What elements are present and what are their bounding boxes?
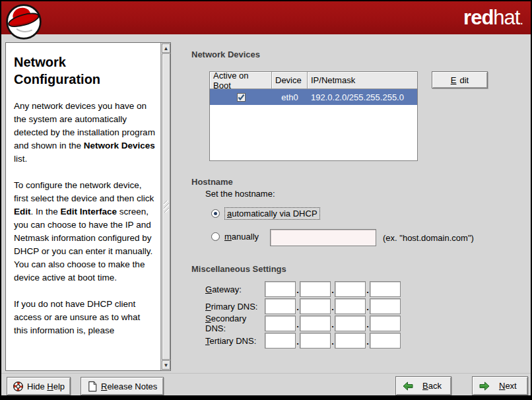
scroll-up-icon[interactable]: ▲ [162,44,170,53]
next-arrow-icon [479,382,490,391]
tertiary-dns-octet-2[interactable] [300,333,331,349]
set-hostname-prompt: Set the hostname: [205,189,275,199]
redhat-wordmark: redhat. [463,6,523,30]
hide-help-button[interactable]: Hide Help [7,377,71,395]
manually-label[interactable]: manually [224,232,259,242]
checkbox-checked-icon [238,94,245,101]
scrollbar-thumb[interactable] [162,53,170,360]
gateway-row: Gateway: [205,281,265,297]
network-devices-section-label: Network Devices [191,50,260,59]
primary-dns-label: Primary DNS: [205,302,265,312]
footer-divider [1,373,531,374]
document-icon [87,381,98,392]
hostname-section-label: Hostname [191,177,233,187]
column-header-ip-netmask[interactable]: IP/Netmask [308,72,417,89]
column-header-active-on-boot[interactable]: Active on Boot [210,72,272,89]
primary-dns-octet-2[interactable] [300,298,331,314]
device-cell: eth0 [272,92,308,102]
primary-dns-octet-3[interactable] [335,298,366,314]
network-devices-table: Active on Boot Device IP/Netmask eth0 19… [209,71,418,161]
life-ring-icon [13,381,24,392]
secondary-dns-octet-1[interactable] [265,316,296,331]
gateway-octet-4[interactable] [370,281,401,297]
bottom-black-bar [1,395,531,399]
radio-selected-icon[interactable] [211,209,220,218]
secondary-dns-label: Secondary DNS: [205,314,265,333]
active-on-boot-checkbox[interactable] [237,93,246,102]
auto-dhcp-label[interactable]: automatically via DHCP [224,207,320,220]
gateway-octets: ... [265,281,401,297]
help-paragraph: If you do not have DHCP client access or… [14,298,155,337]
tertiary-dns-label: Tertiary DNS: [205,336,265,346]
hostname-auto-option[interactable]: automatically via DHCP [211,207,320,220]
help-content: Network Configuration Any network device… [6,43,160,370]
gateway-octet-3[interactable] [335,281,366,297]
primary-dns-octet-4[interactable] [370,298,401,314]
hostname-hint: (ex. "host.domain.com") [383,233,474,243]
primary-dns-row: Primary DNS: [205,298,265,314]
back-label: Back [422,381,442,391]
hostname-manual-option[interactable]: manually [211,232,259,242]
gateway-octet-1[interactable] [265,281,296,297]
primary-dns-octet-1[interactable] [265,298,296,314]
scroll-down-icon[interactable]: ▼ [162,360,170,370]
primary-dns-octets: ... [265,298,401,314]
gateway-octet-2[interactable] [300,281,331,297]
tertiary-dns-octet-3[interactable] [335,333,366,349]
tertiary-dns-row: Tertiary DNS: [205,333,265,349]
radio-unselected-icon[interactable] [211,232,220,241]
help-paragraph: To configure the network device, first s… [14,179,155,284]
misc-settings-section-label: Miscellaneous Settings [191,264,286,274]
secondary-dns-octet-2[interactable] [300,316,331,331]
secondary-dns-octet-4[interactable] [370,316,401,331]
next-label: Next [499,381,517,391]
edit-button[interactable]: Edit [432,71,488,88]
help-paragraph: Any network devices you have on the syst… [14,100,155,166]
gateway-label: Gateway: [205,284,265,294]
redhat-shadowman-logo [5,3,43,41]
table-header-row: Active on Boot Device IP/Netmask [210,72,417,89]
ip-netmask-cell: 192.0.2.0/255.255.255.0 [308,92,417,102]
release-notes-button[interactable]: Release Notes [81,377,164,395]
back-button[interactable]: Back [395,376,451,395]
help-panel: Network Configuration Any network device… [5,42,171,371]
back-arrow-icon [403,382,413,391]
column-header-device[interactable]: Device [272,72,308,89]
help-scrollbar[interactable]: ▲ ▼ [160,43,170,370]
secondary-dns-octets: ... [265,316,401,331]
tertiary-dns-octets: ... [265,333,401,349]
help-title: Network Configuration [14,53,155,88]
header-band: redhat. [1,1,531,34]
hide-help-label: Hide Help [27,382,65,391]
tertiary-dns-octet-1[interactable] [265,333,296,349]
secondary-dns-octet-3[interactable] [335,316,366,331]
table-row[interactable]: eth0 192.0.2.0/255.255.255.0 [210,89,417,105]
secondary-dns-row: Secondary DNS: [205,316,265,331]
installer-window: redhat. Network Configuration Any networ… [0,0,532,400]
tertiary-dns-octet-4[interactable] [370,333,401,349]
next-button[interactable]: Next [472,376,528,395]
release-notes-label: Release Notes [101,382,157,391]
hostname-input[interactable] [270,229,376,246]
